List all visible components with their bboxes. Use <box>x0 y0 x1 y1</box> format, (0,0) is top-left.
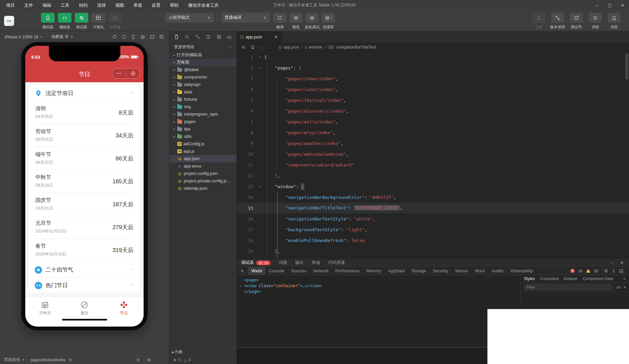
compile-mode-select[interactable]: 普通编译▼ <box>221 13 270 23</box>
debugger-tab-输出[interactable]: 输出 <box>295 260 304 266</box>
tree-file-app.json[interactable]: {..}app.json <box>169 155 237 162</box>
minimize-icon[interactable]: ─ <box>591 0 603 10</box>
forward-arrow-icon[interactable]: → <box>269 45 273 50</box>
festival-row[interactable]: 国庆节10月01日187天后 <box>29 193 140 216</box>
menu-item-界面[interactable]: 界面 <box>133 2 142 8</box>
festival-row[interactable]: 劳动节05月01日34天后 <box>29 124 140 147</box>
panel-tab-Console[interactable]: Console <box>265 267 288 275</box>
panel-tab-Performance[interactable]: Performance <box>332 267 363 275</box>
debugger-tab-调试器[interactable]: 调试器10, 29 <box>241 260 271 266</box>
menu-item-视图[interactable]: 视图 <box>115 2 124 8</box>
screenshot-icon[interactable] <box>140 34 145 39</box>
menu-item-项目[interactable]: 项目 <box>6 2 15 8</box>
more-icon[interactable]: ••• <box>112 72 126 75</box>
wxml-dom-tree[interactable]: <page>▸<view class="container">…</view><… <box>237 275 520 348</box>
festival-row[interactable]: 中秋节09月29日185天后 <box>29 170 140 193</box>
phone-tab-黄历[interactable]: 黄历 <box>65 297 104 327</box>
tree-folder-utils[interactable]: ▸utils <box>169 133 237 140</box>
panel-tab-Vulnerability[interactable]: Vulnerability <box>507 267 536 275</box>
mode-select[interactable]: 小程序模式▼ <box>165 13 214 23</box>
festival-row[interactable]: 元旦节2024年01月01日279天后 <box>29 216 140 239</box>
phone-tab-节日[interactable]: 节日 <box>104 297 144 327</box>
collapse-panel-icon[interactable] <box>610 260 614 265</box>
menu-item-转到[interactable]: 转到 <box>79 2 88 8</box>
close-tab-icon[interactable]: ✕ <box>274 34 278 39</box>
hot-reload-toggle[interactable]: 热重载 开 <box>51 34 68 40</box>
outline-list-icon[interactable] <box>241 45 246 50</box>
independent-window-icon[interactable] <box>150 34 155 39</box>
breadcrumb-item[interactable]: window <box>308 45 322 50</box>
expand-chevron-icon[interactable]: ▸ <box>240 283 244 289</box>
panel-tab-Storage[interactable]: Storage <box>408 267 429 275</box>
avatar[interactable]: ASP <box>4 16 14 26</box>
tree-folder-tips[interactable]: ▸tips <box>169 125 237 133</box>
tree-file-sitemap.json[interactable]: {..}sitemap.json <box>169 185 237 192</box>
more-icon[interactable]: ⋯ <box>157 358 161 362</box>
toolbar-button-调试器[interactable]: 调试器 <box>73 13 90 30</box>
tree-folder-fortune[interactable]: ▸fortune <box>169 96 237 103</box>
tab-app-json[interactable]: {..} app.json ✕ <box>237 31 281 42</box>
toolbar-button-可视化[interactable]: 可视化 <box>90 13 107 30</box>
tree-folder-components[interactable]: ▸components <box>169 73 237 81</box>
close-panel-icon[interactable]: ✕ <box>620 260 624 265</box>
styles-tab-Computed[interactable]: Computed <box>540 276 559 281</box>
toolbar-button-云开发[interactable]: 云开发 <box>107 13 123 30</box>
styles-tab-Dataset[interactable]: Dataset <box>564 276 577 281</box>
tree-file-app.wxss[interactable]: ≡app.wxss <box>169 162 237 170</box>
debugger-tab-问题[interactable]: 问题 <box>279 260 287 266</box>
capsule-button[interactable]: ••• <box>112 68 140 79</box>
search-icon[interactable] <box>184 34 189 39</box>
panel-tab-Sources[interactable]: Sources <box>288 267 310 275</box>
restart-icon[interactable] <box>112 34 117 39</box>
more-icon[interactable]: ⋯ <box>228 44 232 49</box>
panel-tab-Memory[interactable]: Memory <box>363 267 385 275</box>
panel-tab-AppData[interactable]: AppData <box>385 267 408 275</box>
section-open-editors[interactable]: ▸打开的编辑器 <box>169 51 237 59</box>
panel-tab-Security[interactable]: Security <box>429 267 451 275</box>
styles-tab-Styles[interactable]: Styles <box>524 276 535 281</box>
menu-item-编辑[interactable]: 编辑 <box>42 2 51 8</box>
fold-chevron-icon[interactable]: ▾ <box>256 55 264 59</box>
toolbar-button-编译[interactable]: 编译 <box>272 13 287 30</box>
panel-tab-Audits[interactable]: Audits <box>488 267 507 275</box>
tree-file-adConfig.js[interactable]: JSadConfig.js <box>169 140 237 148</box>
build-teapot-icon[interactable] <box>227 34 232 39</box>
kebab-menu-icon[interactable]: ⋮ <box>612 269 616 273</box>
styles-tab-Component Data[interactable]: Component Data <box>582 276 613 281</box>
toolbar-button-真机调试[interactable]: 真机调试 <box>305 13 320 30</box>
section-solar-terms[interactable]: 二十四节气 <box>29 262 140 278</box>
panel-tab-Mock[interactable]: Mock <box>472 267 488 275</box>
wxml-node[interactable]: ▸<view class="container">…</view> <box>240 283 519 289</box>
menu-item-工具[interactable]: 工具 <box>61 2 69 8</box>
tree-file-project.config.json[interactable]: {..}project.config.json <box>169 170 237 177</box>
tree-folder-@babel[interactable]: ▸@babel <box>169 66 237 73</box>
section-legal-holidays[interactable]: 法定节假日 <box>29 85 140 101</box>
copy-path-icon[interactable] <box>68 358 72 362</box>
dock-side-icon[interactable] <box>619 269 624 273</box>
more-tabs-icon[interactable]: » <box>623 276 626 281</box>
device-select[interactable]: iPhone X 100% 16 <box>5 35 38 39</box>
toolbar-button-预览[interactable]: 预览 <box>289 13 303 30</box>
debugger-tab-终端[interactable]: 终端 <box>312 260 320 266</box>
tree-folder-dailysign[interactable]: ▸dailysign <box>169 81 237 88</box>
toolbar-button-详情[interactable]: 详情 <box>587 13 604 30</box>
phone-tab-万年历[interactable]: 万年历 <box>25 297 65 327</box>
tree-file-app.js[interactable]: JSapp.js <box>169 148 237 155</box>
menu-item-选择[interactable]: 选择 <box>97 2 106 8</box>
menu-item-微信开发者工具[interactable]: 微信开发者工具 <box>188 2 219 8</box>
inspect-cursor-icon[interactable] <box>240 269 245 273</box>
menu-item-帮助[interactable]: 帮助 <box>170 2 179 8</box>
festival-row[interactable]: 端午节06月22日86天后 <box>29 147 140 170</box>
bookmark-icon[interactable] <box>250 45 255 50</box>
panel-tab-Wxml[interactable]: Wxml <box>248 267 265 275</box>
fold-chevron-icon[interactable]: ▾ <box>256 66 264 70</box>
tree-file-project.private.config.js…[interactable]: {..}project.private.config.js… <box>169 177 237 185</box>
wxml-node[interactable]: <page> <box>240 277 519 283</box>
tree-folder-miniprogram_npm[interactable]: ▸miniprogram_npm <box>169 111 237 118</box>
toolbar-button-清缓存[interactable]: ▾清缓存 <box>321 13 336 30</box>
files-icon[interactable] <box>174 34 179 39</box>
festival-row[interactable]: 清明04月05日8天后 <box>29 101 140 124</box>
cls-toggle[interactable]: .cls <box>615 285 621 289</box>
editor-scrollbar[interactable] <box>625 54 628 79</box>
add-style-icon[interactable]: + <box>624 284 626 290</box>
